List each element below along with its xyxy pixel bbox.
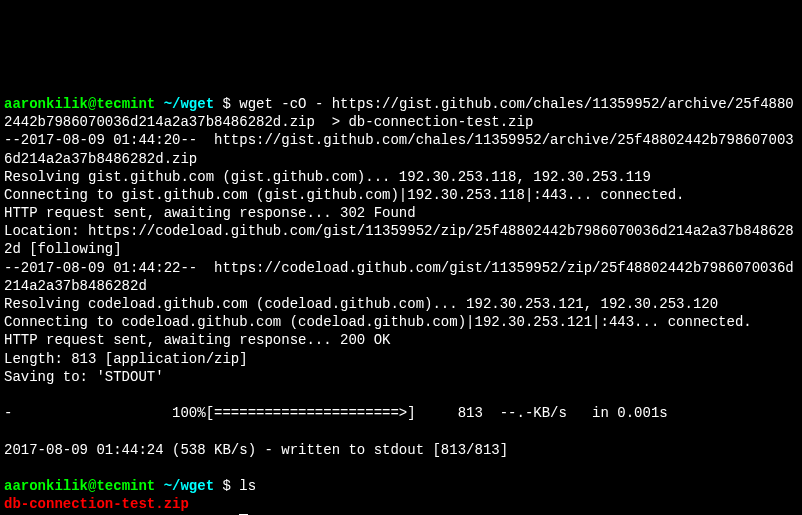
output-line: --2017-08-09 01:44:22-- https://codeload… bbox=[4, 260, 794, 294]
prompt-line-1: aaronkilik@tecmint ~/wget $ wget -cO - h… bbox=[4, 96, 794, 130]
output-line: Length: 813 [application/zip] bbox=[4, 351, 248, 367]
output-line: Resolving codeload.github.com (codeload.… bbox=[4, 296, 718, 312]
final-line: 2017-08-09 01:44:24 (538 KB/s) - written… bbox=[4, 442, 508, 458]
output-line: HTTP request sent, awaiting response... … bbox=[4, 332, 390, 348]
path: ~/wget bbox=[164, 96, 214, 112]
ls-output-file: db-connection-test.zip bbox=[4, 496, 189, 512]
ls-command: ls bbox=[239, 478, 256, 494]
prompt-symbol: $ bbox=[222, 96, 230, 112]
output-line: --2017-08-09 01:44:20-- https://gist.git… bbox=[4, 132, 794, 166]
output-line: Connecting to gist.github.com (gist.gith… bbox=[4, 187, 685, 203]
user: aaronkilik bbox=[4, 96, 88, 112]
host: tecmint bbox=[96, 96, 155, 112]
output-line: Saving to: 'STDOUT' bbox=[4, 369, 164, 385]
terminal-output[interactable]: aaronkilik@tecmint ~/wget $ wget -cO - h… bbox=[4, 77, 798, 515]
prompt-line-2: aaronkilik@tecmint ~/wget $ ls bbox=[4, 478, 256, 494]
progress-bar: - 100%[======================>] 813 --.-… bbox=[4, 405, 668, 421]
output-line: Connecting to codeload.github.com (codel… bbox=[4, 314, 752, 330]
output-line: Resolving gist.github.com (gist.github.c… bbox=[4, 169, 651, 185]
output-line: HTTP request sent, awaiting response... … bbox=[4, 205, 416, 221]
output-line: Location: https://codeload.github.com/gi… bbox=[4, 223, 794, 257]
